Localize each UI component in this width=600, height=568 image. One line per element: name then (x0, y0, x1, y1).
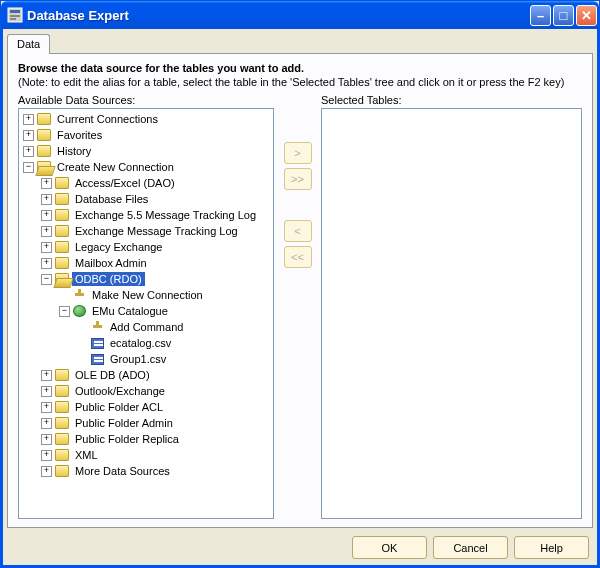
tree-item-odbc-rdo[interactable]: ODBC (RDO) (39, 271, 273, 287)
folder-icon (55, 401, 69, 413)
folder-icon (55, 257, 69, 269)
dialog-buttons: OK Cancel Help (7, 528, 593, 561)
available-tree[interactable]: Current Connections Favorites History Cr… (18, 108, 274, 519)
selected-label: Selected Tables: (321, 94, 582, 106)
expand-icon[interactable] (23, 130, 34, 141)
mover-buttons: > >> < << (274, 94, 321, 519)
data-tabpage: Browse the data source for the tables yo… (7, 53, 593, 528)
expand-icon[interactable] (41, 370, 52, 381)
tree-item-database-files[interactable]: Database Files (39, 191, 273, 207)
expand-icon[interactable] (41, 402, 52, 413)
client-area: Data Browse the data source for the tabl… (1, 29, 599, 567)
folder-icon (55, 369, 69, 381)
tree-item-current-connections[interactable]: Current Connections (21, 111, 273, 127)
collapse-icon[interactable] (59, 306, 70, 317)
expand-icon[interactable] (41, 242, 52, 253)
expand-icon[interactable] (41, 466, 52, 477)
expand-icon[interactable] (23, 146, 34, 157)
help-button[interactable]: Help (514, 536, 589, 559)
tree-item-exchange-tracking[interactable]: Exchange Message Tracking Log (39, 223, 273, 239)
close-button[interactable]: ✕ (576, 5, 597, 26)
tree-item-create-new-connection[interactable]: Create New Connection (21, 159, 273, 175)
folder-open-icon (37, 161, 51, 173)
folder-icon (37, 129, 51, 141)
tree-item-make-new-connection[interactable]: Make New Connection (57, 287, 273, 303)
tab-data[interactable]: Data (7, 34, 50, 54)
expand-icon[interactable] (41, 210, 52, 221)
tree-item-public-folder-acl[interactable]: Public Folder ACL (39, 399, 273, 415)
tree-item-more-data-sources[interactable]: More Data Sources (39, 463, 273, 479)
table-icon (91, 354, 104, 365)
page-note: (Note: to edit the alias for a table, se… (18, 76, 582, 88)
remove-all-button[interactable]: << (284, 246, 312, 268)
expand-icon[interactable] (41, 194, 52, 205)
expand-icon[interactable] (41, 178, 52, 189)
folder-icon (55, 417, 69, 429)
app-icon (7, 7, 23, 23)
folder-icon (55, 433, 69, 445)
cancel-button[interactable]: Cancel (433, 536, 508, 559)
remove-button[interactable]: < (284, 220, 312, 242)
ok-button[interactable]: OK (352, 536, 427, 559)
folder-open-icon (55, 273, 69, 285)
expand-icon[interactable] (41, 226, 52, 237)
collapse-icon[interactable] (23, 162, 34, 173)
database-expert-window: Database Expert – □ ✕ Data Browse the da… (0, 0, 600, 568)
tree-item-public-folder-admin[interactable]: Public Folder Admin (39, 415, 273, 431)
svg-rect-3 (10, 18, 16, 20)
folder-icon (55, 241, 69, 253)
minimize-button[interactable]: – (530, 5, 551, 26)
tree-item-outlook-exchange[interactable]: Outlook/Exchange (39, 383, 273, 399)
wand-icon (91, 321, 104, 333)
expand-icon[interactable] (41, 450, 52, 461)
tree-item-xml[interactable]: XML (39, 447, 273, 463)
folder-icon (55, 177, 69, 189)
folder-icon (37, 145, 51, 157)
expand-icon[interactable] (23, 114, 34, 125)
selected-tables-list[interactable] (321, 108, 582, 519)
table-icon (91, 338, 104, 349)
expand-icon[interactable] (41, 258, 52, 269)
datasource-icon (73, 305, 86, 317)
folder-icon (37, 113, 51, 125)
expand-icon[interactable] (41, 434, 52, 445)
tree-item-ecatalog-csv[interactable]: ecatalog.csv (75, 335, 273, 351)
tree-item-access-excel-dao[interactable]: Access/Excel (DAO) (39, 175, 273, 191)
folder-icon (55, 449, 69, 461)
maximize-button[interactable]: □ (553, 5, 574, 26)
tree-item-mailbox-admin[interactable]: Mailbox Admin (39, 255, 273, 271)
tree-item-ole-db-ado[interactable]: OLE DB (ADO) (39, 367, 273, 383)
available-label: Available Data Sources: (18, 94, 274, 106)
tree-item-favorites[interactable]: Favorites (21, 127, 273, 143)
add-button[interactable]: > (284, 142, 312, 164)
folder-icon (55, 225, 69, 237)
svg-rect-1 (10, 10, 20, 13)
tree-item-legacy-exchange[interactable]: Legacy Exchange (39, 239, 273, 255)
page-heading: Browse the data source for the tables yo… (18, 62, 582, 74)
tree-item-add-command[interactable]: Add Command (75, 319, 273, 335)
folder-icon (55, 209, 69, 221)
tabstrip: Data (7, 34, 593, 54)
tree-item-exchange55-tracking[interactable]: Exchange 5.5 Message Tracking Log (39, 207, 273, 223)
tree-item-public-folder-replica[interactable]: Public Folder Replica (39, 431, 273, 447)
expand-icon[interactable] (41, 386, 52, 397)
add-all-button[interactable]: >> (284, 168, 312, 190)
titlebar[interactable]: Database Expert – □ ✕ (1, 1, 599, 29)
expand-icon[interactable] (41, 418, 52, 429)
collapse-icon[interactable] (41, 274, 52, 285)
window-title: Database Expert (27, 8, 530, 23)
tree-item-emu-catalogue[interactable]: EMu Catalogue (57, 303, 273, 319)
folder-icon (55, 465, 69, 477)
wand-icon (73, 289, 86, 301)
tree-item-group1-csv[interactable]: Group1.csv (75, 351, 273, 367)
tree-item-history[interactable]: History (21, 143, 273, 159)
folder-icon (55, 193, 69, 205)
folder-icon (55, 385, 69, 397)
svg-rect-2 (10, 15, 20, 17)
